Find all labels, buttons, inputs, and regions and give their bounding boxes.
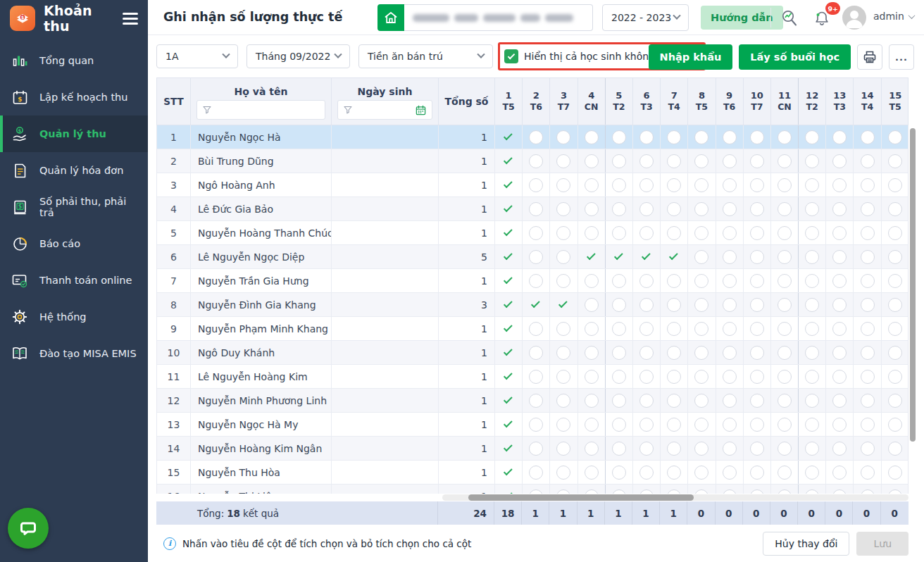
attendance-cell[interactable]: [578, 365, 606, 388]
attendance-cell[interactable]: [661, 221, 688, 244]
attendance-cell[interactable]: [688, 365, 716, 388]
attendance-cell[interactable]: [633, 149, 661, 173]
attendance-cell[interactable]: [633, 269, 661, 292]
attendance-cell[interactable]: [495, 221, 523, 244]
day-column-header[interactable]: 11CN: [771, 78, 799, 125]
attendance-cell[interactable]: [771, 413, 799, 436]
attendance-cell[interactable]: [605, 413, 633, 436]
name-filter[interactable]: [196, 100, 325, 120]
attendance-cell[interactable]: [882, 125, 909, 149]
attendance-cell[interactable]: [798, 461, 826, 484]
column-header-stt[interactable]: STT: [157, 78, 191, 125]
attendance-cell[interactable]: [826, 173, 854, 196]
attendance-cell[interactable]: [798, 149, 826, 173]
attendance-cell[interactable]: [578, 197, 606, 220]
day-column-header[interactable]: 9T6: [716, 78, 744, 125]
attendance-cell[interactable]: [771, 125, 799, 149]
table-row[interactable]: 13Nguyễn Ngọc Hà My1: [157, 413, 908, 437]
attendance-cell[interactable]: [523, 173, 550, 196]
attendance-cell[interactable]: [744, 173, 771, 196]
attendance-cell[interactable]: [578, 245, 606, 268]
attendance-cell[interactable]: [605, 485, 633, 494]
attendance-cell[interactable]: [550, 437, 578, 460]
table-row[interactable]: 12Nguyễn Minh Phương Linh1: [157, 389, 908, 413]
attendance-cell[interactable]: [798, 389, 826, 412]
attendance-cell[interactable]: [523, 221, 550, 244]
attendance-cell[interactable]: [882, 485, 909, 494]
attendance-cell[interactable]: [550, 125, 578, 149]
day-column-header[interactable]: 10T7: [744, 78, 771, 125]
attendance-cell[interactable]: [495, 365, 523, 388]
attendance-cell[interactable]: [578, 389, 606, 412]
attendance-cell[interactable]: [550, 149, 578, 173]
table-row[interactable]: 15Nguyễn Thu Hòa1: [157, 461, 908, 485]
attendance-cell[interactable]: [550, 221, 578, 244]
attendance-cell[interactable]: [633, 437, 661, 460]
attendance-cell[interactable]: [882, 341, 909, 364]
attendance-cell[interactable]: [882, 269, 909, 292]
attendance-cell[interactable]: [633, 389, 661, 412]
attendance-cell[interactable]: [550, 293, 578, 316]
attendance-cell[interactable]: [688, 317, 716, 340]
attendance-cell[interactable]: [771, 365, 799, 388]
attendance-cell[interactable]: [550, 461, 578, 484]
attendance-cell[interactable]: [523, 293, 550, 316]
show-all-students-checkbox[interactable]: [504, 49, 518, 63]
attendance-cell[interactable]: [578, 221, 606, 244]
attendance-cell[interactable]: [771, 341, 799, 364]
attendance-cell[interactable]: [771, 173, 799, 196]
attendance-cell[interactable]: [854, 317, 881, 340]
dob-filter[interactable]: [337, 100, 432, 120]
attendance-cell[interactable]: [716, 389, 744, 412]
table-row[interactable]: 8Nguyễn Đình Gia Khang3: [157, 293, 908, 317]
attendance-cell[interactable]: [854, 365, 881, 388]
table-row[interactable]: 11Lê Nguyễn Hoàng Kim1: [157, 365, 908, 389]
attendance-cell[interactable]: [854, 221, 881, 244]
attendance-cell[interactable]: [661, 245, 688, 268]
attendance-cell[interactable]: [716, 437, 744, 460]
attendance-cell[interactable]: [523, 437, 550, 460]
attendance-cell[interactable]: [661, 317, 688, 340]
attendance-cell[interactable]: [798, 197, 826, 220]
attendance-cell[interactable]: [578, 461, 606, 484]
attendance-cell[interactable]: [688, 485, 716, 494]
attendance-cell[interactable]: [550, 197, 578, 220]
attendance-cell[interactable]: [882, 413, 909, 436]
attendance-cell[interactable]: [661, 461, 688, 484]
attendance-cell[interactable]: [854, 293, 881, 316]
attendance-cell[interactable]: [744, 293, 771, 316]
attendance-cell[interactable]: [633, 365, 661, 388]
day-column-header[interactable]: 2T6: [523, 78, 550, 125]
attendance-cell[interactable]: [661, 389, 688, 412]
attendance-cell[interactable]: [688, 125, 716, 149]
attendance-cell[interactable]: [605, 365, 633, 388]
attendance-cell[interactable]: [771, 221, 799, 244]
attendance-cell[interactable]: [798, 437, 826, 460]
attendance-cell[interactable]: [661, 149, 688, 173]
attendance-cell[interactable]: [578, 341, 606, 364]
attendance-cell[interactable]: [798, 293, 826, 316]
calendar-icon[interactable]: [416, 105, 426, 115]
attendance-cell[interactable]: [633, 413, 661, 436]
column-header-total[interactable]: Tổng số: [439, 78, 495, 125]
day-column-header[interactable]: 3T7: [550, 78, 578, 125]
attendance-cell[interactable]: [826, 293, 854, 316]
table-row[interactable]: 14Nguyễn Hoàng Kim Ngân1: [157, 437, 908, 461]
attendance-cell[interactable]: [661, 173, 688, 196]
attendance-cell[interactable]: [882, 437, 909, 460]
attendance-cell[interactable]: [716, 365, 744, 388]
attendance-cell[interactable]: [633, 317, 661, 340]
table-row[interactable]: 6Lê Nguyễn Ngọc Diệp5: [157, 245, 908, 269]
attendance-cell[interactable]: [523, 461, 550, 484]
attendance-cell[interactable]: [854, 125, 881, 149]
day-column-header[interactable]: 1T5: [495, 78, 523, 125]
attendance-cell[interactable]: [716, 173, 744, 196]
attendance-cell[interactable]: [688, 149, 716, 173]
menu-toggle-icon[interactable]: [123, 13, 138, 25]
attendance-cell[interactable]: [744, 437, 771, 460]
attendance-cell[interactable]: [688, 173, 716, 196]
support-chat-button[interactable]: [8, 508, 49, 549]
day-column-header[interactable]: 12T2: [798, 78, 826, 125]
import-button[interactable]: Nhập khẩu: [649, 44, 733, 70]
day-column-header[interactable]: 15T5: [882, 78, 909, 125]
